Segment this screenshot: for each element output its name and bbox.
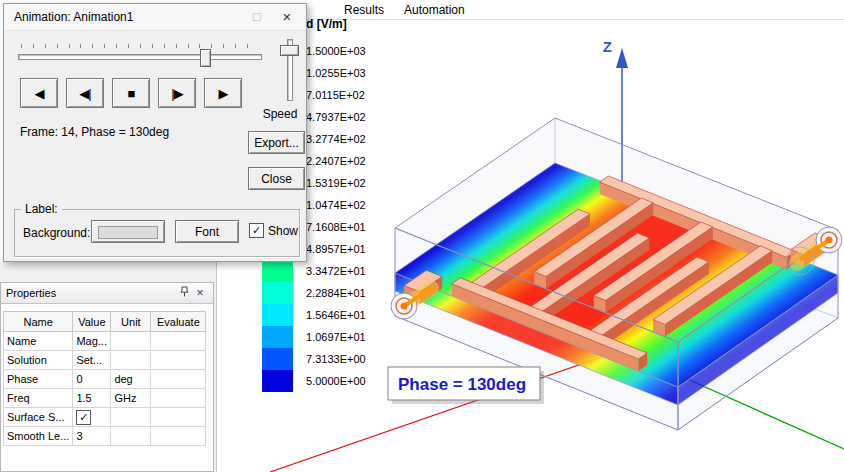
property-value[interactable]: ✓ <box>73 408 111 427</box>
close-button[interactable]: Close <box>248 167 305 190</box>
property-value[interactable]: 3 <box>73 427 111 446</box>
properties-panel: Properties × NameValueUnitEvaluateNameMa… <box>0 282 214 472</box>
menu-item-automation[interactable]: Automation <box>394 3 475 17</box>
property-row: Smooth Le...3 <box>4 427 206 446</box>
property-evaluate <box>151 389 206 408</box>
legend-entry: 2.2884E+01 <box>262 282 366 304</box>
property-row: NameMag... <box>4 332 206 351</box>
dialog-titlebar[interactable]: Animation: Animation1 □ × <box>4 4 306 31</box>
property-name: Phase <box>4 370 73 389</box>
frame-slider[interactable] <box>18 42 262 66</box>
font-button[interactable]: Font <box>175 220 239 243</box>
legend-color-swatch <box>262 348 293 370</box>
legend-value: 4.7937E+02 <box>306 106 366 128</box>
speed-slider[interactable] <box>272 37 302 103</box>
z-axis-arrowhead <box>616 48 628 68</box>
legend-value: 2.2407E+02 <box>306 150 366 172</box>
property-name: Freq <box>4 389 73 408</box>
legend-value: 1.5646E+01 <box>306 304 366 326</box>
property-name: Solution <box>4 351 73 370</box>
frame-status-text: Frame: 14, Phase = 130deg <box>20 125 169 139</box>
legend-title: d [V/m] <box>306 17 347 31</box>
property-name: Surface S... <box>4 408 73 427</box>
legend-value: 1.0474E+02 <box>306 194 366 216</box>
property-evaluate <box>151 408 206 427</box>
property-evaluate <box>151 427 206 446</box>
close-icon[interactable]: × <box>272 4 302 30</box>
stop-button[interactable]: ■ <box>112 78 150 108</box>
legend-color-swatch <box>262 370 293 392</box>
show-checkbox[interactable]: ✓ <box>249 223 264 238</box>
legend-value: 1.5319E+02 <box>306 172 366 194</box>
property-name: Name <box>4 332 73 351</box>
speed-label: Speed <box>254 107 306 121</box>
menu-item-results[interactable]: Results <box>334 3 394 17</box>
play-reverse-button[interactable]: ◀ <box>20 78 58 108</box>
legend-value: 1.0255E+03 <box>306 62 366 84</box>
legend-entry: 3.3472E+01 <box>262 260 366 282</box>
step-forward-button[interactable]: |▶ <box>158 78 196 108</box>
column-header-value: Value <box>73 312 111 332</box>
property-name: Smooth Le... <box>4 427 73 446</box>
properties-table: NameValueUnitEvaluateNameMag...SolutionS… <box>3 311 206 446</box>
z-axis-label: Z <box>603 38 612 55</box>
legend-color-swatch <box>262 304 293 326</box>
step-back-button[interactable]: ◀| <box>66 78 104 108</box>
legend-value: 7.1608E+01 <box>306 216 366 238</box>
property-value[interactable]: Set... <box>73 351 111 370</box>
legend-color-swatch <box>262 282 293 304</box>
legend-entry: 1.5646E+01 <box>262 304 366 326</box>
frame-slider-thumb[interactable] <box>200 49 211 67</box>
properties-panel-title: Properties <box>6 287 176 299</box>
play-forward-button[interactable]: ▶ <box>204 78 242 108</box>
property-row: SolutionSet... <box>4 351 206 370</box>
column-header-evaluate: Evaluate <box>151 312 206 332</box>
property-row: Phase0deg <box>4 370 206 389</box>
property-unit: GHz <box>111 389 151 408</box>
show-checkbox-label: Show <box>268 224 298 238</box>
label-groupbox-legend: Label: <box>21 202 62 216</box>
legend-value: 7.3133E+00 <box>306 348 366 370</box>
property-evaluate <box>151 332 206 351</box>
legend-color-swatch <box>262 326 293 348</box>
property-value[interactable]: 0 <box>73 370 111 389</box>
legend-value: 1.0697E+01 <box>306 326 366 348</box>
property-value[interactable]: 1.5 <box>73 389 111 408</box>
property-unit <box>111 408 151 427</box>
phase-annotation-text: Phase = 130deg <box>398 375 526 394</box>
property-row: Surface S...✓ <box>4 408 206 427</box>
phase-annotation: Phase = 130deg <box>388 367 544 404</box>
legend-value: 3.2774E+02 <box>306 128 366 150</box>
legend-value: 5.0000E+00 <box>306 370 366 392</box>
legend-value: 1.5000E+03 <box>306 40 366 62</box>
legend-entry: 5.0000E+00 <box>262 370 366 392</box>
legend-entry: 7.3133E+00 <box>262 348 366 370</box>
legend-entry: 1.0697E+01 <box>262 326 366 348</box>
column-header-name: Name <box>4 312 73 332</box>
properties-panel-header[interactable]: Properties × <box>1 283 213 304</box>
property-checkbox[interactable]: ✓ <box>76 410 91 425</box>
legend-value: 3.3472E+01 <box>306 260 366 282</box>
pin-icon[interactable] <box>176 284 192 302</box>
property-unit: deg <box>111 370 151 389</box>
property-unit <box>111 427 151 446</box>
background-color-button[interactable] <box>91 220 165 243</box>
properties-dock: Properties × NameValueUnitEvaluateNameMa… <box>0 262 217 472</box>
close-panel-icon[interactable]: × <box>192 284 208 302</box>
property-value[interactable]: Mag... <box>73 332 111 351</box>
frame-slider-track[interactable] <box>18 54 262 60</box>
export-button[interactable]: Export... <box>248 131 305 154</box>
property-evaluate <box>151 370 206 389</box>
playback-controls: ◀◀|■|▶▶ <box>20 78 242 108</box>
column-header-unit: Unit <box>111 312 151 332</box>
animation-dialog: Animation: Animation1 □ × Speed ◀◀|■|▶▶ … <box>3 3 307 262</box>
property-evaluate <box>151 351 206 370</box>
property-unit <box>111 332 151 351</box>
property-unit <box>111 351 151 370</box>
label-groupbox: Label: Background: Font ✓ Show <box>14 209 300 257</box>
legend-value: 4.8957E+01 <box>306 238 366 260</box>
property-row: Freq1.5GHz <box>4 389 206 408</box>
maximize-icon[interactable]: □ <box>242 4 272 30</box>
frame-slider-ticks <box>21 44 259 48</box>
speed-slider-thumb[interactable] <box>280 45 299 56</box>
